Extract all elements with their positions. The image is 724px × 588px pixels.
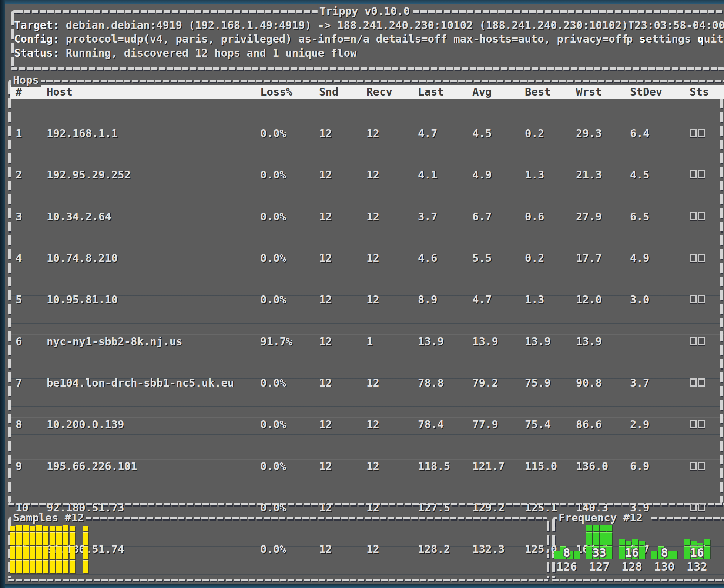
col-header-host[interactable]: Host — [47, 85, 73, 99]
target-value: debian.debian:4919 (192.168.1.49:4919) -… — [66, 19, 724, 31]
table-row[interactable]: 9195.66.226.1010.0%1212118.5121.7115.013… — [10, 459, 724, 473]
hop-stdev: 2.9 — [630, 418, 649, 431]
hop-wrst: 29.3 — [576, 127, 602, 140]
table-row[interactable]: 810.200.0.1390.0%121278.477.975.486.62.9 — [10, 417, 724, 431]
table-row[interactable]: 1192.168.1.10.0%12124.74.50.229.36.4 — [10, 127, 724, 140]
frequency-xaxis: 126127128130132 — [554, 560, 710, 574]
quit-shortcut[interactable]: quit — [697, 33, 723, 45]
hop-last: 127.5 — [418, 501, 450, 515]
hop-best: 0.2 — [525, 251, 544, 265]
flow-status-icon — [690, 251, 706, 265]
col-header-last[interactable]: Last — [418, 85, 444, 99]
settings-shortcut[interactable]: settings — [639, 33, 697, 45]
flow-status-icon — [690, 418, 706, 431]
hop-best: 75.4 — [525, 418, 551, 431]
hop-wrst: 13.9 — [576, 335, 602, 348]
hop-loss: 0.0% — [260, 501, 286, 515]
sample-bar — [63, 524, 68, 573]
trippy-window: Trippy v0.10.0 Target: debian.debian:491… — [0, 0, 724, 588]
col-header-avg[interactable]: Avg — [472, 85, 492, 99]
hop-best: 125.1 — [525, 501, 557, 515]
hop-best: 0.6 — [525, 210, 544, 224]
hop-recv: 12 — [366, 501, 379, 515]
hop-last: 4.6 — [418, 251, 437, 265]
hop-snd: 12 — [319, 168, 332, 182]
hop-avg: 129.2 — [472, 501, 505, 515]
table-row[interactable]: 7be104.lon-drch-sbb1-nc5.uk.eu0.0%121278… — [10, 376, 724, 390]
table-row[interactable]: 510.95.81.100.0%12128.94.71.312.03.0 — [10, 293, 724, 307]
hop-host: 192.95.29.252 — [47, 168, 131, 182]
hop-loss: 0.0% — [260, 168, 286, 182]
col-header-wrst[interactable]: Wrst — [576, 85, 602, 99]
hop-last: 3.7 — [418, 210, 437, 224]
hop-snd: 12 — [319, 293, 332, 307]
col-header-snd[interactable]: Snd — [319, 85, 338, 99]
flow-status-icon — [690, 168, 706, 182]
hop-host: 10.74.8.210 — [47, 251, 118, 265]
frequency-bucket-label: 130 — [651, 560, 677, 574]
hop-wrst: 12.0 — [576, 293, 602, 307]
header-panel-border-left — [11, 16, 14, 67]
window-frame-top — [0, 0, 724, 4]
header-panel-border-bottom — [11, 67, 724, 70]
hop-number: 7 — [16, 376, 22, 390]
table-row[interactable]: 6nyc-ny1-sbb2-8k.nj.us91.7%12113.913.913… — [10, 334, 724, 348]
hop-recv: 12 — [366, 251, 379, 265]
terminal-area: Trippy v0.10.0 Target: debian.debian:491… — [5, 4, 724, 584]
flow-status-icon — [690, 210, 706, 224]
hop-last: 4.1 — [418, 168, 437, 182]
hop-last: 13.9 — [418, 335, 444, 348]
frequency-bar-group: 8 — [651, 518, 677, 559]
sample-bar — [30, 526, 35, 573]
col-header-sts[interactable]: Sts — [690, 85, 709, 99]
hop-stdev: 3.0 — [630, 293, 649, 307]
quit-rest: uit — [704, 33, 723, 45]
table-row[interactable]: 12hosted-by.hazi.ro8.3%1211128.8130.6126… — [10, 584, 724, 584]
help-hints: p settings quit — [626, 32, 723, 46]
frequency-bucket-label: 127 — [586, 560, 612, 574]
hop-host: 10.95.81.10 — [47, 293, 118, 307]
help-clipped-text: p — [626, 33, 639, 45]
hop-snd: 12 — [319, 251, 332, 265]
sample-bar — [50, 526, 55, 573]
hop-snd: 12 — [319, 335, 332, 348]
hop-best: 75.9 — [525, 376, 551, 390]
col-header-stdev[interactable]: StDev — [630, 85, 662, 99]
hop-number: 3 — [16, 210, 22, 224]
window-frame-bottom — [0, 584, 724, 588]
col-header-best[interactable]: Best — [525, 85, 551, 99]
hop-avg: 4.7 — [472, 293, 492, 307]
frequency-percent-label: 16 — [684, 546, 710, 559]
hop-number: 1 — [16, 127, 22, 140]
frequency-percent-label: 8 — [554, 546, 580, 559]
sample-bar — [10, 526, 15, 573]
hop-stdev: 4.5 — [630, 168, 649, 182]
table-row[interactable]: 310.34.2.640.0%12123.76.70.627.96.5 — [10, 210, 724, 224]
settings-key: s — [639, 33, 646, 45]
window-frame-left — [0, 0, 5, 588]
settings-rest: ettings — [646, 33, 697, 45]
col-header-recv[interactable]: Recv — [366, 85, 392, 99]
hop-best: 125.0 — [525, 542, 557, 556]
flow-status-icon — [690, 127, 706, 140]
hop-recv: 12 — [366, 168, 379, 182]
hop-wrst: 27.9 — [576, 210, 602, 224]
hop-host: 192.168.1.1 — [47, 127, 118, 140]
col-header-num[interactable]: # — [16, 85, 22, 99]
hop-wrst: 86.6 — [576, 418, 602, 431]
sample-bar — [16, 524, 22, 573]
app-title: Trippy v0.10.0 — [318, 4, 412, 18]
status-line: Status: Running, discovered 12 hops and … — [14, 46, 724, 60]
frequency-percent-label: 16 — [619, 546, 645, 559]
col-header-loss[interactable]: Loss% — [260, 85, 292, 99]
hop-wrst: 136.0 — [576, 460, 608, 473]
frequency-percent-label: 8 — [651, 546, 677, 559]
table-row[interactable]: 2192.95.29.2520.0%12124.14.91.321.34.5 — [10, 168, 724, 182]
hop-avg: 132.3 — [472, 542, 505, 556]
table-row[interactable]: 410.74.8.2100.0%12124.65.50.217.74.9 — [10, 251, 724, 265]
hop-stdev: 6.9 — [630, 460, 649, 473]
hop-recv: 12 — [366, 376, 379, 390]
config-line: Config: protocol=udp(v4, paris, privileg… — [14, 32, 724, 46]
hop-avg: 5.5 — [472, 251, 492, 265]
hop-best: 13.9 — [525, 335, 551, 348]
